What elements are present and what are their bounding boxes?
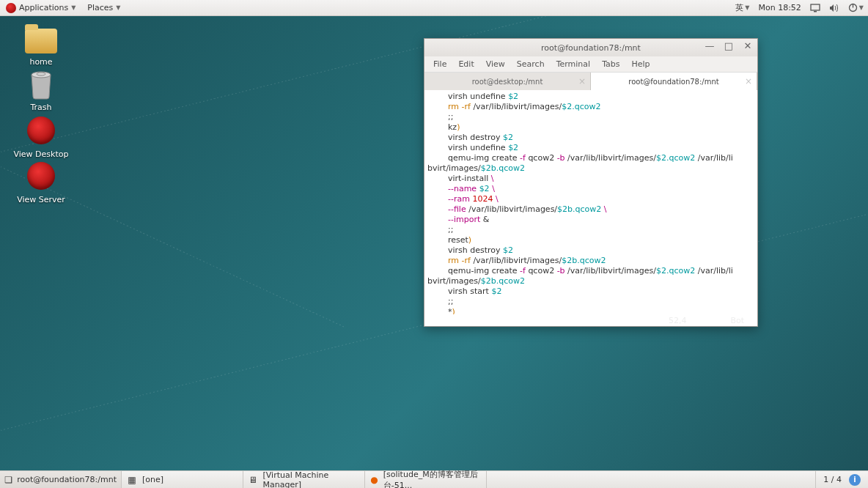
desktop-icon-view-desktop[interactable]: View Desktop (12, 114, 70, 159)
folder-icon (25, 29, 57, 53)
menu-view[interactable]: View (480, 59, 511, 69)
terminal-window: root@foundation78:/mnt — □ ✕ File Edit V… (424, 38, 758, 327)
taskbar-item-one[interactable]: ▦ [one] (122, 471, 243, 488)
cursor-position: 52,4 (669, 316, 687, 325)
applications-menu[interactable]: Applications ▼ (0, 3, 81, 13)
chevron-down-icon: ▼ (859, 4, 864, 11)
ime-indicator[interactable]: 英▼ (731, 2, 754, 13)
places-menu[interactable]: Places ▼ (81, 3, 126, 12)
volume-icon[interactable] (825, 4, 844, 12)
icon-label: View Desktop (12, 149, 70, 159)
task-label: [one] (142, 475, 163, 484)
applications-label: Applications (19, 3, 68, 12)
task-label: [Virtual Machine Manager] (263, 470, 360, 489)
terminal-body[interactable]: virsh undefine $2 rm -rf /var/lib/libvir… (424, 90, 757, 314)
desktop-icon-trash[interactable]: Trash (12, 67, 70, 112)
menu-file[interactable]: File (427, 59, 452, 69)
power-icon[interactable]: ▼ (844, 3, 868, 12)
window-menubar: File Edit View Search Terminal Tabs Help (424, 56, 757, 73)
chevron-down-icon: ▼ (745, 4, 749, 11)
taskbar-item-firefox[interactable]: ● [solitude_M的博客管理后台-51... (365, 471, 487, 488)
close-icon[interactable]: × (578, 76, 586, 86)
scroll-position: Bot (730, 316, 744, 325)
icon-label: Trash (12, 103, 70, 112)
redhat-icon (6, 3, 16, 13)
terminal-statusbar: 52,4 Bot (424, 314, 757, 326)
redhat-icon (27, 162, 55, 190)
vmm-icon: 🖥 (248, 474, 259, 486)
chevron-down-icon: ▼ (116, 4, 120, 11)
window-titlebar[interactable]: root@foundation78:/mnt — □ ✕ (424, 39, 757, 56)
chevron-down-icon: ▼ (71, 4, 76, 11)
svg-rect-1 (814, 11, 817, 12)
terminal-tab-2[interactable]: root@foundation78:/mnt× (591, 73, 757, 90)
taskbar-item-vmm[interactable]: 🖥 [Virtual Machine Manager] (243, 471, 365, 488)
taskbar-right: 1 / 4 i (815, 471, 868, 488)
taskbar: ❏ root@foundation78:/mnt ▦ [one] 🖥 [Virt… (0, 470, 868, 488)
svg-rect-0 (811, 4, 820, 10)
workspace-indicator[interactable]: 1 / 4 (823, 475, 842, 484)
top-panel: Applications ▼ Places ▼ 英▼ Mon 18:52 ▼ (0, 0, 868, 16)
window-title: root@foundation78:/mnt (541, 43, 641, 53)
screen-icon[interactable] (806, 4, 825, 12)
close-icon[interactable]: × (745, 76, 752, 86)
trash-icon (25, 67, 57, 100)
taskbar-item-terminal[interactable]: ❏ root@foundation78:/mnt (0, 471, 122, 488)
window-icon: ▦ (126, 474, 138, 486)
menu-help[interactable]: Help (626, 59, 656, 69)
menu-edit[interactable]: Edit (452, 59, 479, 69)
icon-label: View Server (12, 195, 70, 204)
task-label: root@foundation78:/mnt (17, 475, 117, 484)
firefox-icon: ● (369, 474, 379, 486)
icon-label: home (12, 57, 70, 67)
close-button[interactable]: ✕ (743, 40, 753, 51)
menu-tabs[interactable]: Tabs (596, 59, 625, 69)
menu-terminal[interactable]: Terminal (551, 59, 597, 69)
terminal-tab-1[interactable]: root@desktop:/mnt× (424, 73, 591, 90)
menu-search[interactable]: Search (511, 59, 551, 69)
desktop-icon-home[interactable]: home (12, 22, 70, 67)
minimize-button[interactable]: — (705, 40, 715, 51)
terminal-tabs: root@desktop:/mnt× root@foundation78:/mn… (424, 73, 757, 90)
terminal-icon: ❏ (4, 474, 12, 486)
info-icon[interactable]: i (849, 474, 861, 486)
maximize-button[interactable]: □ (724, 40, 734, 51)
redhat-icon (27, 117, 55, 144)
clock[interactable]: Mon 18:52 (754, 3, 805, 12)
places-label: Places (87, 3, 113, 12)
desktop-icon-view-server[interactable]: View Server (12, 160, 70, 204)
task-label: [solitude_M的博客管理后台-51... (383, 469, 482, 489)
